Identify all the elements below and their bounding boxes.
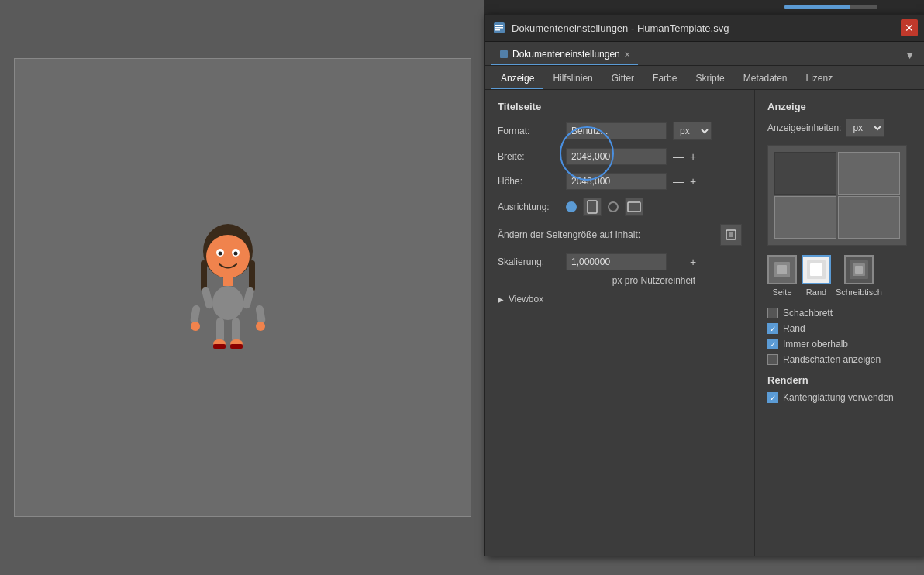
preview-cell-tr bbox=[838, 152, 900, 195]
randschatten-label: Randschatten anzeigen bbox=[783, 354, 881, 365]
px-pro-nutzer-label: px pro Nutzereinheit bbox=[566, 275, 742, 286]
tab-chevron-icon[interactable]: ▼ bbox=[900, 46, 919, 64]
viewbox-triangle-icon[interactable]: ▶ bbox=[498, 295, 504, 304]
resize-to-content-btn[interactable] bbox=[720, 224, 742, 246]
anzeigeeinheiten-row: Anzeigeeinheiten: px mm cm in bbox=[767, 119, 913, 137]
kantenglattung-checkbox[interactable]: ✓ bbox=[767, 392, 778, 403]
anzeigeeinheiten-label: Anzeigeeinheiten: bbox=[767, 122, 841, 133]
resize-row: Ändern der Seitengröße auf Inhalt: bbox=[498, 224, 742, 246]
breite-input-wrapper bbox=[566, 148, 667, 165]
kantenglattung-check-icon: ✓ bbox=[770, 394, 776, 402]
breite-plus-btn[interactable]: + bbox=[690, 150, 696, 163]
kantenglattung-label: Kantenglättung verwenden bbox=[783, 392, 894, 403]
svg-rect-2 bbox=[249, 260, 255, 291]
skalierung-minus-btn[interactable]: — bbox=[673, 256, 684, 268]
page-preview-grid bbox=[767, 145, 907, 246]
rendern-title: Rendern bbox=[767, 374, 913, 386]
skalierung-row: Skalierung: — + bbox=[498, 253, 742, 270]
svg-rect-11 bbox=[241, 287, 254, 310]
svg-point-15 bbox=[256, 322, 265, 331]
progress-fill bbox=[784, 5, 850, 9]
hoehe-minus-btn[interactable]: — bbox=[673, 175, 684, 188]
seite-preview-btn[interactable] bbox=[767, 255, 797, 284]
svg-rect-37 bbox=[855, 266, 863, 274]
rendern-section: Rendern ✓ Kantenglättung verwenden bbox=[767, 374, 913, 403]
hoehe-plus-btn[interactable]: + bbox=[690, 175, 696, 188]
svg-rect-30 bbox=[729, 232, 733, 237]
schreibtisch-label: Schreibtisch bbox=[836, 288, 882, 297]
viewbox-label[interactable]: Viewbox bbox=[509, 294, 543, 305]
skalierung-input[interactable] bbox=[566, 253, 667, 270]
orientation-landscape-btn[interactable] bbox=[625, 198, 643, 216]
dialog-window: Dokumenteneinstellungen - HumanTemplate.… bbox=[484, 14, 924, 556]
format-unit-select[interactable]: px mm cm in pt bbox=[673, 122, 712, 140]
nav-tabs: Anzeige Hilfslinien Gitter Farbe Skripte… bbox=[485, 66, 924, 90]
rand-preview-btn[interactable] bbox=[802, 255, 831, 284]
hoehe-input[interactable] bbox=[566, 173, 667, 190]
svg-rect-25 bbox=[495, 29, 500, 31]
dialog-close-button[interactable]: ✕ bbox=[901, 19, 918, 36]
svg-point-7 bbox=[233, 252, 237, 256]
rand-check-icon: ✓ bbox=[770, 325, 776, 333]
randschatten-row: Randschatten anzeigen bbox=[767, 354, 913, 365]
nav-tab-skripte[interactable]: Skripte bbox=[686, 69, 733, 89]
svg-rect-34 bbox=[810, 263, 822, 276]
breite-input[interactable] bbox=[566, 148, 667, 165]
rand-check-label: Rand bbox=[783, 323, 805, 334]
breite-label: Breite: bbox=[498, 151, 560, 162]
seite-label: Seite bbox=[772, 288, 791, 297]
immer-oberhalb-label: Immer oberhalb bbox=[783, 339, 848, 349]
schachbrett-row: Schachbrett bbox=[767, 308, 913, 318]
kantenglattung-row: ✓ Kantenglättung verwenden bbox=[767, 392, 913, 403]
nav-tab-anzeige[interactable]: Anzeige bbox=[491, 69, 543, 89]
nav-tab-hilfslinien[interactable]: Hilfslinien bbox=[543, 69, 602, 89]
orientation-portrait-btn[interactable] bbox=[583, 198, 602, 216]
rand-label: Rand bbox=[806, 288, 826, 297]
dialog-content: Titelseite Format: px mm cm in pt Breite… bbox=[485, 90, 924, 556]
svg-rect-20 bbox=[213, 344, 226, 349]
nav-tab-farbe[interactable]: Farbe bbox=[643, 69, 686, 89]
rand-check-row: ✓ Rand bbox=[767, 323, 913, 334]
skalierung-plus-btn[interactable]: + bbox=[690, 256, 696, 268]
tab-strip: Dokumenteneinstellungen ✕ ▼ bbox=[485, 42, 924, 66]
svg-rect-32 bbox=[777, 265, 787, 274]
rand-checkbox[interactable]: ✓ bbox=[767, 323, 778, 334]
schreibtisch-preview-btn[interactable] bbox=[844, 255, 874, 284]
left-panel: Titelseite Format: px mm cm in pt Breite… bbox=[485, 90, 755, 556]
ausrichtung-row: Ausrichtung: bbox=[498, 198, 742, 216]
hoehe-label: Höhe: bbox=[498, 176, 560, 187]
dialog-title: Dokumenteneinstellungen - HumanTemplate.… bbox=[512, 22, 895, 34]
nav-tab-metadaten[interactable]: Metadaten bbox=[734, 69, 797, 89]
breite-minus-btn[interactable]: — bbox=[673, 150, 684, 163]
schachbrett-checkbox[interactable] bbox=[767, 308, 778, 318]
randschatten-checkbox[interactable] bbox=[767, 354, 778, 365]
format-input[interactable] bbox=[566, 122, 667, 139]
progress-bar bbox=[784, 5, 877, 9]
orientation-landscape-radio[interactable] bbox=[608, 201, 619, 212]
canvas-page bbox=[14, 58, 471, 517]
svg-rect-21 bbox=[230, 344, 243, 349]
schachbrett-label: Schachbrett bbox=[783, 308, 833, 318]
breite-row: Breite: — + ↑ ↕ bbox=[498, 148, 742, 165]
seite-button-group: Seite bbox=[767, 255, 797, 297]
tab-close-icon[interactable]: ✕ bbox=[624, 50, 630, 59]
svg-point-3 bbox=[206, 235, 250, 278]
svg-rect-1 bbox=[201, 260, 207, 291]
hoehe-row: Höhe: — + bbox=[498, 173, 742, 190]
immer-oberhalb-row: ✓ Immer oberhalb bbox=[767, 339, 913, 349]
top-bar bbox=[484, 0, 924, 14]
nav-tab-gitter[interactable]: Gitter bbox=[602, 69, 643, 89]
dialog-icon bbox=[493, 22, 505, 34]
svg-point-14 bbox=[191, 322, 200, 331]
immer-oberhalb-checkbox[interactable]: ✓ bbox=[767, 339, 778, 349]
anzeigeeinheiten-select[interactable]: px mm cm in bbox=[846, 119, 884, 137]
schreibtisch-button-group: Schreibtisch bbox=[836, 255, 882, 297]
orientation-portrait-radio[interactable] bbox=[566, 201, 577, 212]
character-svg bbox=[185, 206, 294, 361]
nav-tab-lizenz[interactable]: Lizenz bbox=[797, 69, 843, 89]
format-row: Format: px mm cm in pt bbox=[498, 122, 742, 140]
svg-point-6 bbox=[218, 252, 222, 256]
tab-dokumenteneinstellungen[interactable]: Dokumenteneinstellungen ✕ bbox=[491, 45, 638, 65]
resize-label: Ändern der Seitengröße auf Inhalt: bbox=[498, 229, 714, 240]
svg-rect-13 bbox=[255, 305, 266, 324]
